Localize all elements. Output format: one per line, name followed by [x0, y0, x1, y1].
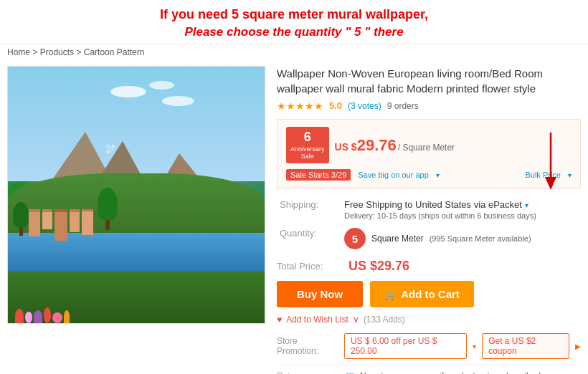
annotation-line1: If you need 5 square meter mural wallpap… — [14, 6, 574, 24]
promo-label: StorePromotion: — [277, 336, 338, 356]
shield-icon: 🛡 — [346, 371, 356, 374]
buy-now-button[interactable]: Buy Now — [277, 281, 363, 307]
annotation-line2: Please choose the quantity " 5 " there — [14, 24, 574, 41]
anniversary-badge: 6 Anniversary Sale — [286, 127, 329, 163]
price-display: US $29.76 — [335, 136, 397, 155]
heart-icon: ♥ — [277, 315, 282, 325]
shipping-row: Shipping: Free Shipping to United States… — [277, 196, 581, 224]
total-label: Total Price: — [277, 261, 341, 272]
shipping-info: Free Shipping to United States via ePack… — [341, 196, 581, 224]
return-text: No return necessary if product not as de… — [360, 371, 568, 374]
price-per-unit: / Square Meter — [398, 143, 455, 153]
breadcrumb-products[interactable]: Products — [40, 47, 74, 57]
total-row: Total Price: US $29.76 — [277, 259, 581, 274]
bulk-price-link[interactable]: Bulk Price — [525, 171, 561, 179]
add-to-cart-button[interactable]: 🛒 Add to Cart — [370, 281, 474, 307]
quantity-available: (995 Square Meter available) — [430, 234, 531, 243]
save-app-chevron[interactable]: ▾ — [436, 171, 440, 179]
return-label: ReturnPolicy: — [277, 371, 341, 374]
rating-row: ★★★★★ 5.0 (3 votes) 9 orders — [277, 100, 581, 112]
breadcrumb-home[interactable]: Home — [7, 47, 30, 57]
wishlist-row: ♥ Add to Wish List ∨ (133 Adds) — [277, 315, 581, 325]
info-table: Shipping: Free Shipping to United States… — [277, 196, 581, 253]
annotation-area: If you need 5 square meter mural wallpap… — [0, 0, 588, 44]
cart-icon: 🛒 — [384, 289, 397, 300]
shipping-dropdown[interactable]: ▾ — [525, 201, 528, 209]
bulk-price-chevron[interactable]: ▾ — [568, 171, 572, 179]
votes-count[interactable]: (3 votes) — [348, 101, 381, 111]
adds-count: (133 Adds) — [364, 315, 405, 325]
shipping-sub: Delivery: 10-15 days (ships out within 6… — [344, 211, 536, 220]
breadcrumb: Home > Products > Cartoon Pattern — [0, 44, 588, 60]
total-price: US $29.76 — [348, 259, 409, 274]
add-to-cart-label: Add to Cart — [401, 288, 460, 300]
get-coupon-chevron[interactable]: ▶ — [575, 342, 581, 350]
guarantee-section: ReturnPolicy: 🛡 No return necessary if p… — [277, 365, 581, 374]
breadcrumb-category[interactable]: Cartoon Pattern — [84, 47, 145, 57]
return-policy-row: ReturnPolicy: 🛡 No return necessary if p… — [277, 371, 581, 374]
product-image[interactable]: 🕊 — [7, 66, 265, 324]
get-coupon-button[interactable]: Get a US $2 coupon — [482, 333, 569, 359]
price-box: 6 Anniversary Sale US $29.76 / Square Me… — [277, 119, 581, 188]
star-icons: ★★★★★ — [277, 100, 323, 112]
quantity-input[interactable]: 5 — [344, 228, 366, 249]
wishlist-link[interactable]: Add to Wish List — [286, 315, 348, 325]
shipping-label: Shipping: — [277, 196, 341, 224]
coupon-chevron[interactable]: ▾ — [473, 342, 476, 350]
action-buttons: Buy Now 🛒 Add to Cart — [277, 281, 581, 307]
product-image-area: 🕊 🔍 Mouse over to zoom in — [7, 66, 265, 374]
orders-count: 9 orders — [387, 101, 419, 111]
quantity-unit: Square Meter — [371, 234, 424, 244]
free-shipping: Free Shipping — [344, 199, 402, 210]
quantity-label: Quantity: — [277, 224, 341, 253]
save-app-link[interactable]: Save big on our app — [358, 171, 428, 179]
quantity-row-tr: Quantity: 5 Square Meter (995 Square Met… — [277, 224, 581, 253]
wishlist-chevron[interactable]: ∨ — [353, 315, 359, 325]
sale-tag: Sale Starts 3/29 — [286, 169, 351, 181]
promotions-row: StorePromotion: US $ 6.00 off per US $ 2… — [277, 333, 581, 359]
rating-score: 5.0 — [329, 100, 342, 111]
product-details: Wallpaper Non-Woven European living room… — [277, 66, 581, 374]
coupon-button[interactable]: US $ 6.00 off per US $ 250.00 — [344, 333, 467, 359]
product-title: Wallpaper Non-Woven European living room… — [277, 66, 581, 96]
shipping-to: to United States via ePacket — [405, 199, 522, 210]
